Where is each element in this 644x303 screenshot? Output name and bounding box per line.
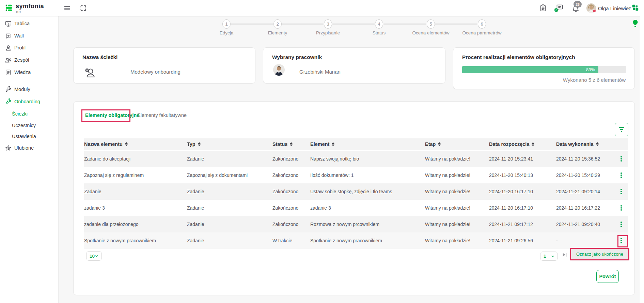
lightbulb-icon[interactable] <box>632 19 638 28</box>
step-label: Ocena elementów <box>404 30 458 35</box>
table-row[interactable]: Spotkanie z nowym pracownikiemZadanieW t… <box>84 232 628 249</box>
page-size-value: 10 <box>90 254 95 259</box>
table-cell: 2024-11-20 15:36:52 <box>556 156 614 162</box>
table-cell: Zadanie <box>187 222 272 227</box>
table-cell: Zadanie <box>84 189 187 194</box>
app-name: symfonia <box>16 3 44 10</box>
row-menu-icon[interactable] <box>619 155 623 163</box>
tab-elementy-fakultatywne[interactable]: Elementy fakultatywne <box>137 112 187 118</box>
symfonia-logo-icon <box>4 4 13 13</box>
sidebar-item-sciezki[interactable]: Ścieżki <box>0 108 59 119</box>
step-circle-5[interactable]: 5 <box>427 19 435 29</box>
step-circle-6[interactable]: 6 <box>478 19 486 29</box>
progress-bar-fill: 83% <box>462 66 598 73</box>
step-circle-2[interactable]: 2 <box>273 19 282 29</box>
sidebar-item-ustawienia[interactable]: Ustawienia <box>0 131 59 142</box>
table-cell: 2024-11-21 09:20:40 <box>556 222 614 227</box>
row-menu-icon[interactable] <box>619 171 623 179</box>
mark-as-done-menu-item[interactable]: Oznacz jako ukończone <box>571 249 628 259</box>
table-cell: zadanie 3 <box>84 205 187 211</box>
table-cell: Zakończono <box>272 189 310 194</box>
table-cell: 2024-11-21 09:26:56 <box>489 238 556 243</box>
notification-count-badge[interactable]: 26 <box>574 1 582 7</box>
column-header[interactable]: Data wykonania <box>556 141 614 147</box>
wrench-icon <box>4 86 12 93</box>
column-header[interactable]: Status <box>272 141 310 147</box>
table-row[interactable]: Zapoznaj się z regulaminemZapoznaj się z… <box>84 167 628 183</box>
chevron-right-icon <box>4 146 12 150</box>
sidebar-item-wiedza[interactable]: Wiedza <box>0 67 59 78</box>
scrollbar[interactable] <box>640 0 644 303</box>
progress-card-title: Procent realizacji elementów obligatoryj… <box>462 54 575 60</box>
row-menu-icon[interactable] <box>619 237 623 245</box>
stepper-connector <box>282 24 324 25</box>
row-menu-icon[interactable] <box>619 204 623 212</box>
back-button[interactable]: Powrót <box>596 270 619 283</box>
fullscreen-icon[interactable] <box>80 4 87 12</box>
last-page-icon[interactable] <box>562 252 567 257</box>
sidebar-divider <box>0 96 59 96</box>
apps-grid-icon[interactable] <box>632 4 639 11</box>
table-cell: 2024-11-20 16:17:10 <box>489 205 556 211</box>
column-header[interactable]: Etap <box>425 141 489 147</box>
table-row[interactable]: Zadanie do akceptacjiZadanieZakończonoNa… <box>84 151 628 167</box>
column-header[interactable]: Nazwa elementu <box>84 141 187 147</box>
sort-icon <box>125 142 128 147</box>
step-label: Przypisanie <box>301 30 355 35</box>
app-module-label: HR <box>16 10 21 14</box>
table-cell: Napisz swoją notkę bio <box>310 156 425 162</box>
page-number-select[interactable]: 1 <box>540 252 558 261</box>
table-cell: Witamy na pokładzie! <box>425 205 489 211</box>
stepper-connector <box>383 24 426 25</box>
table-cell: Spotkanie z nowym pracownikiem <box>310 238 425 243</box>
chevron-down-icon[interactable] <box>626 6 630 10</box>
step-circle-1[interactable]: 1 <box>222 19 231 29</box>
table-cell: Witamy na pokładzie! <box>425 172 489 178</box>
sidebar-item-ulubione[interactable]: Ulubione <box>0 142 59 153</box>
clipboard-icon[interactable] <box>539 3 547 12</box>
column-header[interactable]: Typ <box>187 141 272 147</box>
table-cell: Zadanie <box>187 156 272 162</box>
top-header: symfonia HR ✓ 26 <box>0 0 644 16</box>
table-cell: 2024-11-21 09:20:14 <box>556 189 614 194</box>
step-circle-4[interactable]: 4 <box>375 19 383 29</box>
stepper-connector <box>332 24 375 25</box>
check-badge-icon: ✓ <box>554 8 559 12</box>
sidebar-item-tablica[interactable]: Tablica <box>0 18 59 29</box>
sidebar-item-onboarding[interactable]: Onboarding <box>0 96 59 107</box>
row-menu-icon[interactable] <box>619 187 623 196</box>
employee-avatar <box>273 64 285 76</box>
table-cell: 2024-11-21 09:17:12 <box>489 222 556 227</box>
funnel-icon <box>619 127 624 132</box>
sidebar-item-wall[interactable]: Wall <box>0 30 59 41</box>
sidebar-item-label: Moduły <box>14 87 30 92</box>
sidebar-item-label: Profil <box>14 45 26 50</box>
table-cell: Zadanie <box>187 205 272 211</box>
table-cell: Ustaw sobie stopkę, zdjęcie i tło teams <box>310 189 425 194</box>
sidebar-item-modu-y[interactable]: Moduły <box>0 84 59 95</box>
filter-button[interactable] <box>615 123 628 136</box>
table-row[interactable]: ZadanieZadanieZakończonoUstaw sobie stop… <box>84 183 628 200</box>
column-header[interactable]: Data rozpoczęcia <box>489 141 556 147</box>
page-number-value: 1 <box>544 254 546 259</box>
step-circle-3[interactable]: 3 <box>324 19 332 29</box>
sidebar-item-zespo-[interactable]: Zespół <box>0 55 59 65</box>
column-header[interactable]: Element <box>310 141 425 147</box>
tab-elementy-obligatoryjne[interactable]: Elementy obligatoryjne <box>85 112 140 118</box>
chevron-right-icon <box>4 71 12 74</box>
chevron-right-icon <box>4 22 12 26</box>
sidebar-item-profil[interactable]: Profil <box>0 42 59 53</box>
sidebar-item-label: Uczestnicy <box>12 123 36 128</box>
row-menu-icon[interactable] <box>619 220 623 228</box>
table-row[interactable]: zadanie dla przełożonegoZadanieZakończon… <box>84 216 628 232</box>
hamburger-menu-icon[interactable] <box>63 4 71 12</box>
sidebar-item-label: Ulubione <box>14 145 34 151</box>
stepper-connector <box>435 24 477 25</box>
stepper-connector <box>231 24 273 25</box>
path-card-title: Nazwa ścieżki <box>82 54 117 60</box>
table-header-row: Nazwa elementuTypStatusElementEtapData r… <box>84 138 628 150</box>
table-row[interactable]: zadanie 3ZadanieZakończonozadanie 3Witam… <box>84 200 628 216</box>
page-size-select[interactable]: 10 <box>86 251 102 261</box>
table-cell: 2024-11-20 16:17:22 <box>556 205 614 211</box>
sidebar-item-uczestnicy[interactable]: Uczestnicy <box>0 120 59 131</box>
